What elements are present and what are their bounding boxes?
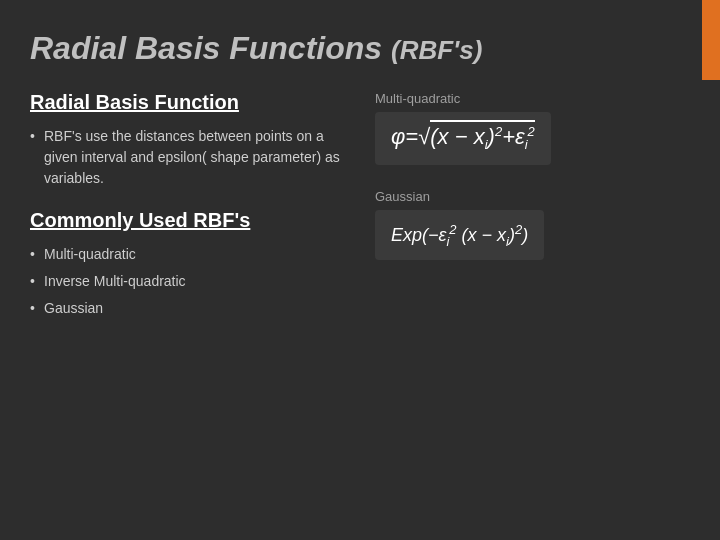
left-panel: Radial Basis Function RBF's use the dist… bbox=[30, 91, 345, 339]
formula-gaussian: Exp(−εi2 (x − xi)2) bbox=[391, 225, 528, 245]
section-commonly-used: Commonly Used RBF's Multi-quadratic Inve… bbox=[30, 209, 345, 319]
section-rbf-bullets: RBF's use the distances between points o… bbox=[30, 126, 345, 189]
list-item-multiquadratic: Multi-quadratic bbox=[30, 244, 345, 265]
formula-multiquadratic-box: φ=√(x − xi)2+εi2 bbox=[375, 112, 551, 165]
list-item-gaussian: Gaussian bbox=[30, 298, 345, 319]
formula-multiquadratic-label: Multi-quadratic bbox=[375, 91, 690, 106]
slide-title: Radial Basis Functions (RBF's) bbox=[30, 30, 690, 67]
section-commonly-used-title: Commonly Used RBF's bbox=[30, 209, 345, 232]
list-item: RBF's use the distances between points o… bbox=[30, 126, 345, 189]
section-rbf-title: Radial Basis Function bbox=[30, 91, 345, 114]
formula-multiquadratic: φ=√(x − xi)2+εi2 bbox=[391, 120, 535, 149]
content-area: Radial Basis Function RBF's use the dist… bbox=[30, 91, 690, 339]
section-commonly-used-bullets: Multi-quadratic Inverse Multi-quadratic … bbox=[30, 244, 345, 319]
right-panel: Multi-quadratic φ=√(x − xi)2+εi2 Gaussia… bbox=[365, 91, 690, 339]
slide: Radial Basis Functions (RBF's) Radial Ba… bbox=[0, 0, 720, 540]
accent-bar bbox=[702, 0, 720, 80]
list-item-inverse: Inverse Multi-quadratic bbox=[30, 271, 345, 292]
formula-gaussian-label: Gaussian bbox=[375, 189, 690, 204]
formula-gaussian-box: Exp(−εi2 (x − xi)2) bbox=[375, 210, 544, 261]
section-rbf: Radial Basis Function RBF's use the dist… bbox=[30, 91, 345, 189]
formula-section-multiquadratic: Multi-quadratic φ=√(x − xi)2+εi2 bbox=[375, 91, 690, 165]
slide-title-text: Radial Basis Functions bbox=[30, 30, 382, 66]
slide-title-paren: (RBF's) bbox=[391, 35, 482, 65]
formula-section-gaussian: Gaussian Exp(−εi2 (x − xi)2) bbox=[375, 189, 690, 261]
